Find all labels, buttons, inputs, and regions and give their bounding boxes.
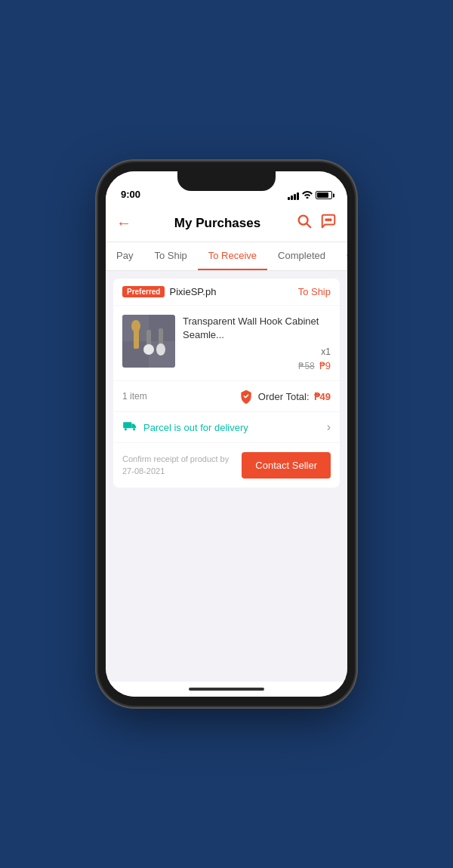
svg-rect-10: [146, 330, 151, 346]
content-area: Preferred PixieSP.ph To Ship: [106, 271, 347, 682]
tab-pay[interactable]: Pay: [106, 242, 143, 270]
svg-point-2: [325, 219, 327, 220]
price-sale: ₱9: [319, 360, 331, 371]
action-row: Confirm receipt of product by 27-08-2021…: [113, 442, 340, 488]
battery-icon: [316, 191, 332, 199]
chat-icon[interactable]: [320, 213, 337, 233]
back-button[interactable]: ←: [116, 214, 139, 232]
svg-point-3: [328, 219, 329, 220]
phone-wrapper: 9:00: [0, 0, 453, 868]
chevron-right-icon: ›: [327, 420, 331, 434]
page-title: My Purchases: [174, 216, 260, 231]
search-icon[interactable]: [296, 213, 313, 233]
product-row: Transparent Wall Hook Cabinet Seamle... …: [113, 306, 340, 380]
header: ← My Purchases: [106, 205, 347, 242]
svg-point-13: [156, 343, 165, 356]
preferred-badge: Preferred: [122, 286, 165, 297]
phone-screen: 9:00: [106, 171, 347, 697]
contact-seller-button[interactable]: Contact Seller: [242, 452, 331, 479]
home-bar: [189, 688, 264, 691]
product-info: Transparent Wall Hook Cabinet Seamle... …: [183, 315, 331, 371]
tabs-container: Pay To Ship To Receive Completed Ca: [106, 242, 347, 271]
tab-completed[interactable]: Completed: [267, 242, 336, 270]
order-total-amount: ₱49: [314, 391, 331, 402]
svg-point-11: [143, 344, 154, 355]
product-price-row: ₱58 ₱9: [183, 360, 331, 371]
product-image: [122, 315, 175, 368]
svg-rect-14: [123, 423, 131, 429]
svg-point-15: [125, 429, 127, 431]
status-time: 9:00: [121, 189, 140, 200]
svg-line-1: [307, 223, 310, 227]
tab-cancelled[interactable]: Ca: [336, 242, 347, 270]
order-total-row: 1 item Order Total: ₱49: [113, 380, 340, 411]
delivery-message: Parcel is out for delivery: [143, 422, 248, 433]
product-name: Transparent Wall Hook Cabinet Seamle...: [183, 315, 331, 342]
phone-frame: 9:00: [98, 162, 355, 706]
price-original: ₱58: [298, 361, 314, 371]
seller-row: Preferred PixieSP.ph To Ship: [113, 279, 340, 306]
delivery-row[interactable]: Parcel is out for delivery ›: [113, 411, 340, 442]
svg-point-9: [131, 320, 140, 332]
items-count: 1 item: [122, 391, 147, 402]
product-img-svg: [122, 315, 175, 368]
tab-to-ship[interactable]: To Ship: [143, 242, 197, 270]
wifi-icon: [302, 190, 313, 200]
signal-bars-icon: [288, 191, 299, 200]
confirm-receipt-text: Confirm receipt of product by 27-08-2021: [122, 454, 242, 477]
order-status: To Ship: [298, 286, 331, 297]
header-icons: [296, 213, 337, 233]
product-quantity: x1: [183, 346, 331, 357]
order-total-label: Order Total:: [258, 391, 310, 402]
seller-name[interactable]: PixieSP.ph: [169, 286, 216, 297]
tab-to-receive[interactable]: To Receive: [198, 242, 267, 270]
notch: [177, 171, 276, 191]
status-icons: [288, 190, 332, 200]
svg-point-16: [133, 429, 135, 431]
shield-icon: [239, 389, 254, 404]
svg-point-4: [330, 219, 331, 220]
order-card: Preferred PixieSP.ph To Ship: [113, 279, 340, 488]
truck-icon: [122, 420, 137, 435]
home-indicator: [106, 682, 347, 697]
